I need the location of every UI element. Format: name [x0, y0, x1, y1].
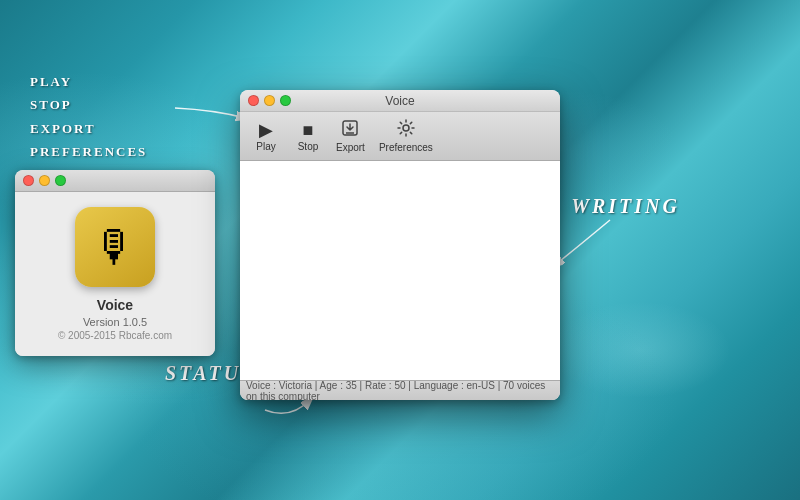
status-text: Voice : Victoria | Age : 35 | Rate : 50 …: [246, 380, 554, 401]
app-copyright: © 2005-2015 Rbcafe.com: [58, 330, 172, 341]
maximize-button[interactable]: [55, 175, 66, 186]
export-icon: [341, 119, 359, 140]
close-button[interactable]: [23, 175, 34, 186]
svg-point-1: [403, 125, 409, 131]
play-label: Play: [256, 141, 275, 152]
app-icon-wrapper: 🎙: [75, 207, 155, 287]
play-icon: ▶: [259, 121, 273, 139]
app-name: Voice: [97, 297, 133, 313]
preferences-label: Preferences: [379, 142, 433, 153]
stop-icon: ■: [303, 121, 314, 139]
main-maximize-button[interactable]: [280, 95, 291, 106]
microphone-icon: 🎙: [93, 222, 137, 272]
about-window: 🎙 Voice Version 1.0.5 © 2005-2015 Rbcafe…: [15, 170, 215, 356]
main-minimize-button[interactable]: [264, 95, 275, 106]
window-title: Voice: [385, 94, 414, 108]
main-close-button[interactable]: [248, 95, 259, 106]
main-traffic-lights: [248, 95, 291, 106]
preferences-button[interactable]: Preferences: [373, 116, 439, 156]
gear-icon: [397, 119, 415, 140]
toolbar: ▶ Play ■ Stop Export: [240, 112, 560, 161]
app-version: Version 1.0.5: [83, 316, 147, 328]
text-editor[interactable]: [240, 161, 560, 380]
status-bar: Voice : Victoria | Age : 35 | Rate : 50 …: [240, 380, 560, 400]
export-label: Export: [336, 142, 365, 153]
minimize-button[interactable]: [39, 175, 50, 186]
main-window: Voice ▶ Play ■ Stop Export: [240, 90, 560, 400]
export-button[interactable]: Export: [330, 116, 371, 156]
stop-label: Stop: [298, 141, 319, 152]
play-button[interactable]: ▶ Play: [246, 118, 286, 155]
about-titlebar: [15, 170, 215, 192]
about-content: 🎙 Voice Version 1.0.5 © 2005-2015 Rbcafe…: [15, 192, 215, 356]
stop-button[interactable]: ■ Stop: [288, 118, 328, 155]
main-titlebar: Voice: [240, 90, 560, 112]
